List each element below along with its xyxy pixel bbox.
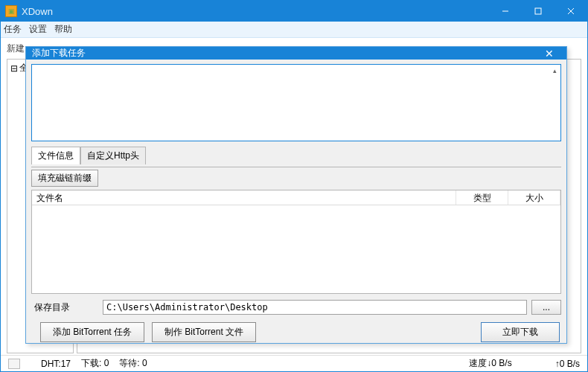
add-bittorrent-task-button[interactable]: 添加 BitTorrent 任务 bbox=[40, 322, 144, 342]
url-textarea[interactable] bbox=[32, 65, 560, 141]
textarea-scroll-up-icon[interactable]: ▴ bbox=[549, 65, 560, 76]
dialog-actions: 添加 BitTorrent 任务 制作 BitTorrent 文件 立即下载 bbox=[31, 322, 561, 344]
menu-help[interactable]: 帮助 bbox=[54, 23, 72, 36]
window-controls bbox=[489, 1, 587, 22]
titlebar: ▣ XDown bbox=[1, 1, 587, 22]
svg-rect-1 bbox=[535, 8, 541, 14]
toolbar-new-label[interactable]: 新建 bbox=[7, 42, 25, 55]
status-waiting: 等待: 0 bbox=[119, 357, 147, 370]
file-list: 文件名 类型 大小 bbox=[31, 190, 561, 294]
minimize-button[interactable] bbox=[489, 1, 522, 22]
close-button[interactable] bbox=[555, 1, 587, 22]
menu-task[interactable]: 任务 bbox=[4, 23, 22, 36]
dialog-tabs: 文件信息 自定义Http头 bbox=[31, 146, 561, 164]
dialog-titlebar[interactable]: 添加下载任务 ✕ bbox=[26, 47, 566, 60]
status-dht: DHT:17 bbox=[41, 359, 71, 369]
column-filename[interactable]: 文件名 bbox=[32, 190, 456, 205]
download-now-button[interactable]: 立即下载 bbox=[481, 322, 560, 342]
fill-magnet-row: 填充磁链前缀 bbox=[31, 167, 561, 187]
column-type[interactable]: 类型 bbox=[456, 190, 508, 205]
app-title: XDown bbox=[22, 6, 489, 17]
maximize-button[interactable] bbox=[522, 1, 555, 22]
tree-collapse-icon[interactable]: ⊟ bbox=[10, 63, 18, 74]
statusbar: DHT:17 下载: 0 等待: 0 速度↓0 B/s ↑0 B/s bbox=[1, 355, 587, 371]
tab-file-info[interactable]: 文件信息 bbox=[31, 147, 80, 164]
fill-magnet-prefix-button[interactable]: 填充磁链前缀 bbox=[31, 170, 98, 187]
add-task-dialog: 添加下载任务 ✕ ▴ 文件信息 自定义Http头 填充磁链前缀 文件名 类型 大… bbox=[25, 46, 567, 344]
tab-custom-http[interactable]: 自定义Http头 bbox=[80, 147, 146, 164]
save-dir-label: 保存目录 bbox=[31, 301, 98, 314]
dialog-body: ▴ 文件信息 自定义Http头 填充磁链前缀 文件名 类型 大小 保存目录 ..… bbox=[26, 60, 566, 350]
status-upspeed: ↑0 B/s bbox=[555, 359, 580, 369]
browse-button[interactable]: ... bbox=[531, 300, 561, 315]
menubar: 任务 设置 帮助 bbox=[1, 22, 587, 38]
status-speed: 速度↓0 B/s bbox=[469, 357, 511, 370]
app-icon: ▣ bbox=[5, 5, 17, 17]
scroll-stub[interactable] bbox=[8, 359, 20, 369]
make-bittorrent-file-button[interactable]: 制作 BitTorrent 文件 bbox=[152, 322, 256, 342]
url-input-box[interactable]: ▴ bbox=[31, 64, 561, 141]
status-downloading: 下载: 0 bbox=[81, 357, 109, 370]
dialog-title: 添加下载任务 bbox=[32, 47, 538, 60]
file-list-header: 文件名 类型 大小 bbox=[32, 190, 560, 205]
menu-settings[interactable]: 设置 bbox=[29, 23, 47, 36]
column-size[interactable]: 大小 bbox=[508, 190, 560, 205]
save-dir-row: 保存目录 ... bbox=[31, 300, 561, 315]
save-dir-input[interactable] bbox=[103, 300, 527, 315]
dialog-close-button[interactable]: ✕ bbox=[538, 48, 560, 60]
